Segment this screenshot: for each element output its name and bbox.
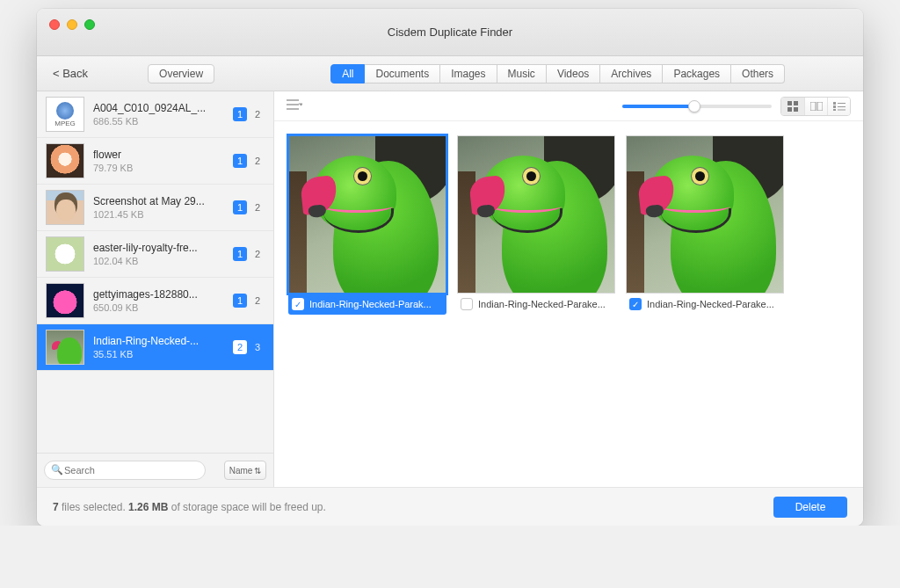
thumbnail [46, 330, 84, 365]
thumbnail [46, 190, 84, 225]
duplicate-groups-list: MPEGA004_C010_0924AL_...686.55 KB12flowe… [37, 91, 273, 453]
total-count: 3 [250, 340, 265, 354]
file-name: easter-lily-royalty-fre... [93, 242, 224, 254]
thumbnail [46, 143, 84, 178]
file-name: Indian-Ring-Necked-... [93, 335, 224, 347]
list-item[interactable]: flower79.79 KB12 [37, 138, 273, 185]
main-toolbar [274, 91, 863, 121]
selected-count: 2 [233, 340, 247, 354]
category-tabs: AllDocumentsImagesMusicVideosArchivesPac… [330, 64, 785, 83]
dup-counts: 12 [233, 247, 265, 261]
preview-image [288, 135, 446, 294]
preview-image [457, 135, 615, 294]
sidebar: MPEGA004_C010_0924AL_...686.55 KB12flowe… [37, 91, 274, 487]
column-view-icon[interactable] [804, 98, 827, 115]
sidebar-footer: 🔍 Name ⇅ [37, 453, 273, 487]
list-view-icon[interactable] [827, 98, 850, 115]
file-name: Indian-Ring-Necked-Parak... [309, 299, 443, 309]
selected-count: 1 [233, 200, 247, 214]
file-name: Indian-Ring-Necked-Parake... [478, 299, 612, 309]
window-controls [49, 19, 95, 30]
grid-item[interactable]: ✓Indian-Ring-Necked-Parake... [626, 135, 784, 315]
select-checkbox[interactable]: ✓ [292, 298, 304, 310]
dup-counts: 12 [233, 107, 265, 121]
search-icon: 🔍 [51, 464, 63, 475]
dup-counts: 12 [233, 200, 265, 214]
select-checkbox[interactable] [461, 298, 473, 310]
total-count: 2 [250, 107, 265, 121]
thumbnail: MPEG [46, 97, 84, 132]
status-bar: 7 files selected. 1.26 MB of storage spa… [37, 487, 863, 526]
preview-image [626, 135, 784, 294]
file-name: Indian-Ring-Necked-Parake... [647, 299, 780, 309]
select-checkbox[interactable]: ✓ [629, 298, 642, 310]
total-count: 2 [250, 247, 265, 261]
tab-videos[interactable]: Videos [547, 64, 600, 83]
total-count: 2 [250, 154, 265, 168]
thumbnail [46, 283, 84, 318]
svg-rect-8 [817, 102, 823, 111]
back-button[interactable]: < Back [47, 63, 93, 83]
svg-rect-11 [833, 105, 836, 108]
grid-item[interactable]: Indian-Ring-Necked-Parake... [457, 135, 615, 315]
body: MPEGA004_C010_0924AL_...686.55 KB12flowe… [37, 91, 863, 487]
delete-button[interactable]: Delete [773, 497, 847, 518]
tab-documents[interactable]: Documents [365, 64, 440, 83]
file-name: Screenshot at May 29... [93, 195, 224, 207]
file-size: 79.79 KB [93, 163, 224, 173]
dup-counts: 12 [233, 154, 265, 168]
file-name: A004_C010_0924AL_... [93, 102, 224, 114]
duplicates-grid: ✓Indian-Ring-Necked-Parak...Indian-Ring-… [274, 121, 863, 487]
sort-label: Name [229, 466, 253, 475]
list-item[interactable]: MPEGA004_C010_0924AL_...686.55 KB12 [37, 91, 273, 138]
svg-rect-3 [788, 101, 792, 105]
grid-item[interactable]: ✓Indian-Ring-Necked-Parak... [288, 135, 446, 315]
tab-archives[interactable]: Archives [600, 64, 663, 83]
overview-button[interactable]: Overview [148, 64, 214, 83]
svg-rect-4 [794, 101, 798, 105]
selected-count: 1 [233, 154, 247, 168]
tab-music[interactable]: Music [497, 64, 547, 83]
file-size: 650.09 KB [93, 302, 224, 313]
sort-arrows-icon: ⇅ [254, 466, 261, 475]
svg-rect-5 [788, 107, 792, 112]
main-panel: ✓Indian-Ring-Necked-Parak...Indian-Ring-… [274, 91, 863, 487]
slider-knob[interactable] [688, 100, 700, 113]
file-size: 102.04 KB [93, 256, 224, 266]
status-text: 7 files selected. 1.26 MB of storage spa… [53, 501, 326, 513]
dup-counts: 12 [233, 294, 265, 308]
tab-all[interactable]: All [330, 64, 365, 83]
list-item[interactable]: easter-lily-royalty-fre...102.04 KB12 [37, 231, 273, 278]
list-item[interactable]: Screenshot at May 29...1021.45 KB12 [37, 185, 273, 231]
tab-packages[interactable]: Packages [663, 64, 731, 83]
svg-rect-9 [833, 102, 836, 105]
file-size: 1021.45 KB [93, 209, 224, 220]
selected-count: 1 [233, 294, 247, 308]
list-item[interactable]: Indian-Ring-Necked-...35.51 KB23 [37, 324, 273, 371]
svg-rect-6 [794, 107, 798, 112]
close-icon[interactable] [49, 19, 60, 30]
titlebar: Cisdem Duplicate Finder [37, 9, 863, 56]
zoom-icon[interactable] [84, 19, 95, 30]
tab-others[interactable]: Others [731, 64, 785, 83]
file-name: gettyimages-182880... [93, 288, 224, 301]
search-input[interactable] [44, 461, 206, 480]
thumbnail [46, 236, 84, 272]
sort-button[interactable]: Name ⇅ [224, 461, 266, 480]
total-count: 2 [250, 200, 265, 214]
list-item[interactable]: gettyimages-182880...650.09 KB12 [37, 278, 273, 324]
view-mode-segment [780, 97, 851, 116]
file-size: 35.51 KB [93, 349, 224, 359]
select-menu-icon[interactable] [287, 98, 302, 113]
selected-count: 1 [233, 107, 247, 121]
window-title: Cisdem Duplicate Finder [37, 25, 863, 39]
selected-count: 1 [233, 247, 247, 261]
file-size: 686.55 KB [93, 116, 224, 127]
dup-counts: 23 [233, 340, 265, 354]
tab-images[interactable]: Images [440, 64, 497, 83]
app-window: Cisdem Duplicate Finder < Back Overview … [37, 9, 863, 526]
grid-view-icon[interactable] [781, 98, 804, 115]
minimize-icon[interactable] [67, 19, 77, 30]
svg-rect-13 [833, 109, 836, 111]
thumbnail-size-slider[interactable] [622, 105, 772, 108]
